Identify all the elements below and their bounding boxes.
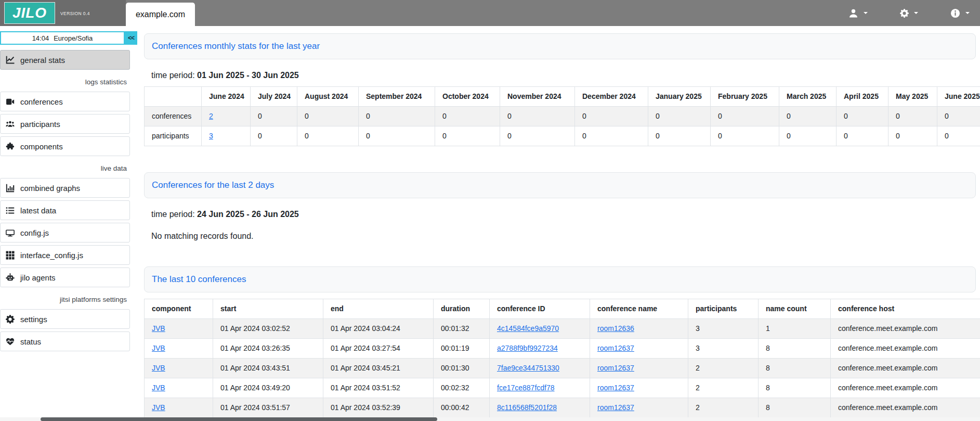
user-menu-dropdown[interactable] bbox=[845, 6, 871, 20]
table-cell: 0 bbox=[711, 107, 779, 126]
sidebar-item-config-js[interactable]: config.js bbox=[0, 223, 130, 243]
table-cell: 0 bbox=[575, 107, 648, 126]
table-cell: conferences bbox=[145, 107, 202, 126]
column-header-september-2024: September 2024 bbox=[359, 87, 435, 107]
platform-tab-label: example.com bbox=[136, 10, 185, 19]
horizontal-scrollbar-thumb[interactable] bbox=[41, 417, 437, 421]
table-cell: 0 bbox=[888, 126, 937, 146]
table-cell: 8 bbox=[759, 339, 831, 359]
column-header-participants: participants bbox=[688, 299, 759, 319]
table-link[interactable]: room12636 bbox=[597, 324, 634, 333]
column-header-june-2024: June 2024 bbox=[202, 87, 251, 107]
table-cell: conference.meet.example.com bbox=[831, 359, 980, 378]
sidebar-item-components[interactable]: components bbox=[0, 136, 130, 156]
column-header-end: end bbox=[323, 299, 434, 319]
table-link[interactable]: room12637 bbox=[597, 403, 634, 412]
sidebar-item-latest-data[interactable]: latest data bbox=[0, 200, 130, 220]
sidebar-item-jilo-agents[interactable]: jilo agents bbox=[0, 267, 130, 287]
clock-row: 14:04 Europe/Sofia << bbox=[0, 31, 137, 45]
sidebar-section-jitsi-platforms-settings: jitsi platforms settings bbox=[0, 290, 130, 309]
sidebar-collapse-button[interactable]: << bbox=[125, 31, 137, 45]
column-header-conference-name: conference name bbox=[590, 299, 688, 319]
sidebar-item-conferences[interactable]: conferences bbox=[0, 92, 130, 111]
table-cell: 01 Apr 2024 03:43:51 bbox=[213, 359, 323, 378]
table-link[interactable]: JVB bbox=[152, 324, 165, 333]
table-cell: 00:01:19 bbox=[434, 339, 490, 359]
recent-time-period: time period: 24 Jun 2025 - 26 Jun 2025 bbox=[151, 210, 976, 219]
table-cell: fce17ce887fcdf78 bbox=[490, 378, 590, 398]
table-row: participants3000000000000 bbox=[145, 126, 980, 146]
gear-icon bbox=[5, 314, 15, 324]
table-link[interactable]: fce17ce887fcdf78 bbox=[497, 384, 555, 392]
table-link[interactable]: 7fae9ce344751330 bbox=[497, 364, 559, 372]
caret-down-icon bbox=[914, 12, 918, 14]
table-link[interactable]: room12637 bbox=[597, 364, 634, 372]
sidebar-item-combined-graphs[interactable]: combined graphs bbox=[0, 178, 130, 198]
bar-chart-icon bbox=[5, 183, 15, 193]
recent-time-period-value: 24 Jun 2025 - 26 Jun 2025 bbox=[197, 210, 299, 219]
sidebar-item-label: participants bbox=[20, 120, 60, 129]
table-row: JVB01 Apr 2024 03:43:5101 Apr 2024 03:45… bbox=[145, 359, 980, 378]
table-cell: participants bbox=[145, 126, 202, 146]
table-link[interactable]: JVB bbox=[152, 364, 165, 372]
table-cell: 00:01:32 bbox=[434, 319, 490, 339]
horizontal-scrollbar bbox=[0, 417, 980, 421]
sidebar-section-logs-statistics: logs statistics bbox=[0, 72, 130, 92]
table-cell: 0 bbox=[888, 107, 937, 126]
list-icon bbox=[5, 206, 15, 215]
table-cell: 0 bbox=[297, 126, 359, 146]
table-link[interactable]: 4c14584fce9a5970 bbox=[497, 324, 559, 333]
table-link[interactable]: JVB bbox=[152, 403, 165, 412]
card-last-10-conferences-header[interactable]: The last 10 conferences bbox=[144, 266, 976, 292]
table-link[interactable]: 3 bbox=[209, 132, 213, 140]
column-header-duration: duration bbox=[434, 299, 490, 319]
table-cell: 0 bbox=[937, 126, 980, 146]
table-link[interactable]: JVB bbox=[152, 344, 165, 352]
sidebar-item-settings[interactable]: settings bbox=[0, 309, 130, 329]
table-cell: 01 Apr 2024 03:51:57 bbox=[213, 398, 323, 418]
table-cell: 2 bbox=[202, 107, 251, 126]
table-cell: room12637 bbox=[590, 339, 688, 359]
platform-tab[interactable]: example.com bbox=[126, 3, 195, 26]
sidebar-item-general-stats[interactable]: general stats bbox=[0, 50, 130, 70]
column-header-start: start bbox=[213, 299, 323, 319]
table-link[interactable]: room12637 bbox=[597, 384, 634, 392]
table-cell: 2 bbox=[688, 359, 759, 378]
table-row: conferences2000000000000 bbox=[145, 107, 980, 126]
table-link[interactable]: a2788f9bf9927234 bbox=[497, 344, 558, 352]
column-header-may-2025: May 2025 bbox=[888, 87, 937, 107]
info-menu-dropdown[interactable] bbox=[947, 6, 973, 20]
sidebar-item-label: combined graphs bbox=[20, 184, 80, 193]
table-cell: 01 Apr 2024 03:49:20 bbox=[213, 378, 323, 398]
table-row: JVB01 Apr 2024 03:51:5701 Apr 2024 03:52… bbox=[145, 398, 980, 418]
table-link[interactable]: JVB bbox=[152, 384, 165, 392]
table-cell: 0 bbox=[435, 126, 500, 146]
table-link[interactable]: room12637 bbox=[597, 344, 634, 352]
table-cell: JVB bbox=[145, 359, 213, 378]
table-link[interactable]: 2 bbox=[209, 112, 213, 120]
clock-timezone: Europe/Sofia bbox=[54, 34, 93, 42]
table-cell: 4c14584fce9a5970 bbox=[490, 319, 590, 339]
sidebar-item-participants[interactable]: participants bbox=[0, 114, 130, 134]
monthly-time-period: time period: 01 Jun 2025 - 30 Jun 2025 bbox=[151, 71, 976, 80]
column-header-march-2025: March 2025 bbox=[779, 87, 837, 107]
sidebar-item-interface-config-js[interactable]: interface_config.js bbox=[0, 245, 130, 265]
table-cell: conference.meet.example.com bbox=[831, 319, 980, 339]
caret-down-icon bbox=[864, 12, 868, 14]
table-cell: 8 bbox=[759, 378, 831, 398]
table-cell: 01 Apr 2024 03:52:39 bbox=[323, 398, 434, 418]
version-label: VERSION 0.4 bbox=[60, 11, 90, 16]
sidebar-item-label: interface_config.js bbox=[20, 251, 83, 260]
card-last-2-days-header[interactable]: Conferences for the last 2 days bbox=[144, 172, 976, 198]
sidebar-item-status[interactable]: status bbox=[0, 331, 130, 351]
clock-display: 14:04 Europe/Sofia bbox=[0, 31, 125, 45]
user-icon bbox=[848, 8, 858, 18]
settings-menu-dropdown[interactable] bbox=[897, 7, 921, 20]
sidebar-item-label: status bbox=[20, 337, 41, 346]
column-header-august-2024: August 2024 bbox=[297, 87, 359, 107]
card-monthly-stats-title: Conferences monthly stats for the last y… bbox=[152, 41, 320, 52]
table-link[interactable]: 8c116568f5201f28 bbox=[497, 403, 557, 412]
card-monthly-stats-header[interactable]: Conferences monthly stats for the last y… bbox=[144, 33, 976, 59]
main-content: Conferences monthly stats for the last y… bbox=[134, 26, 980, 421]
table-cell: 8c116568f5201f28 bbox=[490, 398, 590, 418]
